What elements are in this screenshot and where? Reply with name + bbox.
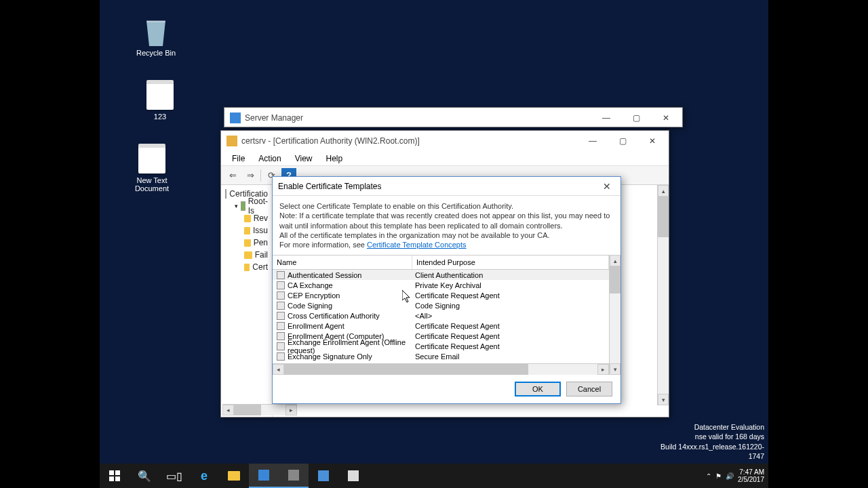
tree-node[interactable]: ▾Root-Is [225, 200, 268, 212]
taskbar-explorer[interactable] [219, 464, 249, 488]
taskbar-server-manager[interactable] [249, 464, 279, 488]
window-server-manager[interactable]: Server Manager — ▢ ✕ [224, 107, 683, 127]
scroll-up-icon[interactable]: ▴ [610, 255, 620, 266]
cell-purpose: <All> [415, 312, 432, 320]
cert-template-icon [277, 332, 285, 340]
forward-button[interactable]: ⇒ [243, 168, 258, 183]
icon-label: Recycle Bin [132, 49, 180, 57]
list-header: Name Intended Purpose [273, 255, 609, 270]
tree-item[interactable]: Fail [225, 249, 268, 261]
taskbar[interactable]: 🔍 ▭▯ e ⌃ ⚑ 🔊 7:47 AM 2/5/2017 [100, 464, 768, 488]
table-row[interactable]: Exchange Enrollment Agent (Offline reque… [273, 341, 609, 351]
table-row[interactable]: CA ExchangePrivate Key Archival [273, 280, 609, 290]
desktop-icon-recycle-bin[interactable]: Recycle Bin [132, 16, 180, 57]
ok-button[interactable]: OK [515, 382, 561, 396]
scroll-right-icon[interactable]: ▸ [285, 405, 297, 415]
menu-file[interactable]: File [225, 152, 252, 165]
cell-purpose: Certificate Request Agent [415, 291, 500, 300]
cert-template-icon [277, 312, 285, 320]
column-name[interactable]: Name [273, 256, 412, 269]
dialog-enable-certificate-templates[interactable]: Enable Certificate Templates ✕ Select on… [272, 176, 621, 404]
task-view-button[interactable]: ▭▯ [159, 464, 189, 488]
tree-hscroll[interactable]: ◂ ▸ [222, 404, 297, 415]
desktop[interactable]: Recycle Bin 123 New Text Document Server… [100, 0, 768, 488]
maximize-button[interactable]: ▢ [608, 131, 637, 150]
scroll-down-icon[interactable]: ▾ [658, 394, 669, 405]
folder-icon [244, 264, 250, 271]
menu-action[interactable]: Action [252, 152, 288, 165]
cell-name: Code Signing [288, 302, 415, 310]
template-list[interactable]: Authenticated SessionClient Authenticati… [273, 270, 609, 363]
tray-flag-icon[interactable]: ⚑ [715, 472, 722, 480]
folder-icon [244, 227, 250, 235]
desktop-icon-new-text-document[interactable]: New Text Document [128, 144, 176, 192]
table-row[interactable]: Exchange Signature OnlySecure Email [273, 351, 609, 361]
cell-name: Cross Certification Authority [288, 312, 415, 320]
table-row[interactable]: CEP EncryptionCertificate Request Agent [273, 290, 609, 300]
cell-name: Authenticated Session [288, 271, 415, 279]
close-button[interactable]: ✕ [599, 178, 615, 195]
clock[interactable]: 7:47 AM 2/5/2017 [738, 468, 764, 483]
table-row[interactable]: Code SigningCode Signing [273, 300, 609, 310]
minimize-button[interactable]: — [591, 108, 621, 127]
tree-item[interactable]: Rev [225, 212, 268, 224]
menu-view[interactable]: View [288, 152, 319, 165]
taskbar-certsrv[interactable] [279, 464, 309, 488]
list-vscroll[interactable]: ▴ ▾ [609, 255, 620, 375]
close-button[interactable]: ✕ [651, 108, 681, 127]
back-button[interactable]: ⇐ [225, 168, 240, 183]
svg-rect-0 [109, 470, 114, 475]
cancel-button[interactable]: Cancel [566, 382, 612, 396]
certsrv-icon [226, 136, 237, 146]
app-icon [348, 470, 359, 481]
minimize-button[interactable]: — [578, 131, 608, 150]
cert-template-icon [277, 281, 285, 289]
scroll-up-icon[interactable]: ▴ [658, 185, 669, 197]
scroll-down-icon[interactable]: ▾ [610, 363, 620, 375]
cell-name: Exchange Signature Only [288, 352, 415, 361]
tray-volume-icon[interactable]: 🔊 [726, 472, 734, 480]
search-button[interactable]: 🔍 [130, 464, 159, 488]
close-button[interactable]: ✕ [637, 131, 667, 150]
vertical-scrollbar[interactable]: ▴ ▾ [657, 185, 669, 405]
system-tray[interactable]: ⌃ ⚑ 🔊 7:47 AM 2/5/2017 [706, 468, 768, 483]
scroll-right-icon[interactable]: ▸ [597, 364, 609, 375]
link-cert-template-concepts[interactable]: Certificate Template Concepts [367, 241, 467, 249]
taskbar-app2[interactable] [338, 464, 368, 488]
file-icon [146, 80, 174, 110]
folder-icon [244, 239, 251, 247]
cert-template-icon [277, 342, 285, 350]
cell-purpose: Private Key Archival [415, 281, 481, 289]
tree-item[interactable]: Cert [225, 261, 268, 273]
tray-chevron-icon[interactable]: ⌃ [706, 472, 711, 480]
icon-label: 123 [136, 113, 184, 121]
tree-item[interactable]: Pen [225, 237, 268, 249]
taskbar-app[interactable] [309, 464, 338, 488]
desktop-icon-123[interactable]: 123 [136, 80, 184, 121]
tree-item[interactable]: Issu [225, 224, 268, 237]
table-row[interactable]: Authenticated SessionClient Authenticati… [273, 270, 609, 280]
menu-help[interactable]: Help [319, 152, 350, 165]
cell-name: CEP Encryption [288, 291, 415, 300]
taskbar-ie[interactable]: e [189, 464, 219, 488]
table-row[interactable]: Cross Certification Authority<All> [273, 310, 609, 321]
window-title: Server Manager [245, 113, 303, 123]
server-manager-icon [258, 470, 269, 481]
search-icon: 🔍 [138, 470, 151, 483]
cell-purpose: Certificate Request Agent [415, 332, 500, 340]
scroll-left-icon[interactable]: ◂ [222, 405, 234, 415]
menubar: File Action View Help [221, 151, 669, 166]
tree-pane[interactable]: Certificatio ▾Root-Is Rev Issu Pen Fail … [221, 185, 273, 417]
table-row[interactable]: Enrollment AgentCertificate Request Agen… [273, 321, 609, 331]
column-purpose[interactable]: Intended Purpose [412, 256, 609, 269]
cell-purpose: Secure Email [415, 352, 459, 361]
maximize-button[interactable]: ▢ [621, 108, 651, 127]
scroll-left-icon[interactable]: ◂ [273, 364, 284, 375]
list-hscroll[interactable]: ◂ ▸ [273, 363, 609, 375]
cell-purpose: Certificate Request Agent [415, 322, 500, 330]
separator [260, 169, 261, 182]
cell-purpose: Code Signing [415, 302, 460, 310]
cert-template-icon [277, 352, 285, 361]
start-button[interactable] [100, 464, 130, 488]
folder-icon [244, 251, 252, 259]
